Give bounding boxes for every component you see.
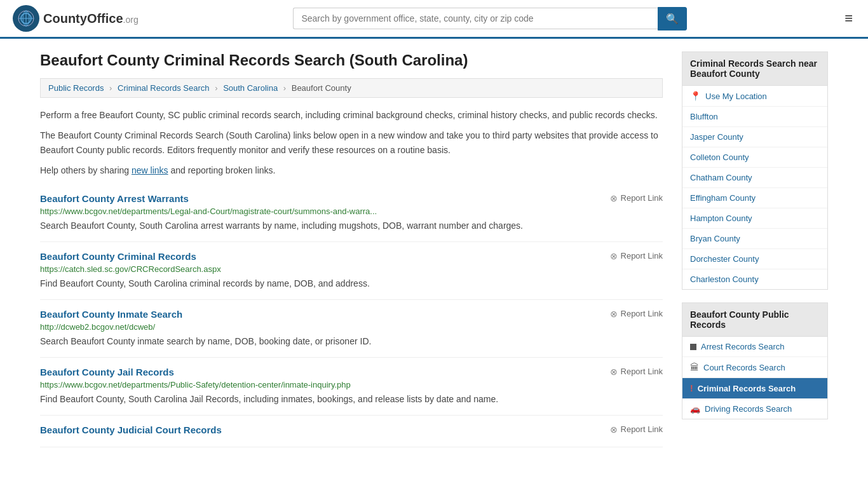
report-link-0[interactable]: ⊗ Report Link — [610, 193, 663, 203]
report-label-2: Report Link — [621, 309, 663, 318]
public-records-item-0[interactable]: Arrest Records Search — [682, 337, 827, 357]
nearby-item-3[interactable]: Colleton County — [682, 147, 827, 168]
nearby-link-2[interactable]: Jasper County — [690, 132, 743, 142]
record-item: Beaufort County Arrest Warrants ⊗ Report… — [40, 184, 663, 242]
record-title-2[interactable]: Beaufort County Inmate Search — [40, 309, 182, 320]
description-2: The Beaufort County Criminal Records Sea… — [40, 128, 663, 157]
record-title-4[interactable]: Beaufort County Judicial Court Records — [40, 424, 222, 435]
search-icon: 🔍 — [666, 13, 679, 24]
nearby-link-0[interactable]: Use My Location — [705, 92, 767, 101]
nearby-item-8[interactable]: Dorchester County — [682, 249, 827, 269]
record-url-3: https://www.bcgov.net/departments/Public… — [40, 380, 663, 390]
car-icon: 🚗 — [690, 404, 700, 414]
logo-name: CountyOffice.org — [43, 11, 139, 26]
record-title-1[interactable]: Beaufort County Criminal Records — [40, 251, 196, 262]
public-records-heading: Beaufort County Public Records — [682, 302, 828, 336]
report-link-3[interactable]: ⊗ Report Link — [610, 367, 663, 377]
nearby-link-5[interactable]: Effingham County — [690, 193, 756, 203]
nearby-item-7[interactable]: Bryan County — [682, 229, 827, 249]
logo: CountyOffice.org — [13, 5, 139, 32]
description-3-pre: Help others by sharing — [40, 165, 132, 175]
public-records-link-2[interactable]: Criminal Records Search — [698, 384, 796, 393]
record-item: Beaufort County Inmate Search ⊗ Report L… — [40, 300, 663, 358]
menu-button[interactable]: ≡ — [842, 8, 855, 29]
public-records-link-0[interactable]: Arrest Records Search — [701, 342, 785, 351]
record-url-1: https://catch.sled.sc.gov/CRCRecordSearc… — [40, 264, 663, 274]
breadcrumb-sep-1: › — [109, 83, 112, 93]
nearby-link-6[interactable]: Hampton County — [690, 214, 752, 223]
search-area: 🔍 — [293, 7, 687, 30]
nearby-item-6[interactable]: Hampton County — [682, 208, 827, 229]
search-input[interactable] — [293, 8, 658, 29]
report-link-4[interactable]: ⊗ Report Link — [610, 424, 663, 435]
breadcrumb-criminal-records[interactable]: Criminal Records Search — [118, 83, 210, 93]
report-icon-0: ⊗ — [610, 193, 618, 203]
main-content: Beaufort County Criminal Records Search … — [40, 51, 663, 447]
record-desc-0: Search Beaufort County, South Carolina a… — [40, 219, 663, 233]
nearby-heading: Criminal Records Search near Beaufort Co… — [682, 51, 828, 85]
description-1: Perform a free Beaufort County, SC publi… — [40, 108, 663, 122]
public-records-link-3[interactable]: Driving Records Search — [705, 404, 792, 414]
pillars-icon: 🏛 — [690, 362, 699, 372]
breadcrumb-public-records[interactable]: Public Records — [48, 83, 104, 93]
nearby-item-1[interactable]: Bluffton — [682, 107, 827, 127]
report-icon-2: ⊗ — [610, 309, 618, 319]
record-url-0: https://www.bcgov.net/departments/Legal-… — [40, 207, 663, 216]
sidebar: Criminal Records Search near Beaufort Co… — [682, 51, 828, 447]
report-link-2[interactable]: ⊗ Report Link — [610, 309, 663, 319]
record-url-2: http://dcweb2.bcgov.net/dcweb/ — [40, 322, 663, 332]
nearby-link-4[interactable]: Chatham County — [690, 173, 752, 182]
breadcrumb-beaufort-county: Beaufort County — [292, 83, 351, 93]
public-records-item-1[interactable]: 🏛Court Records Search — [682, 357, 827, 378]
records-list: Beaufort County Arrest Warrants ⊗ Report… — [40, 184, 663, 447]
search-button[interactable]: 🔍 — [658, 7, 687, 30]
logo-icon — [13, 5, 39, 32]
nearby-item-0[interactable]: 📍Use My Location — [682, 86, 827, 107]
nearby-link-9[interactable]: Charleston County — [690, 274, 759, 284]
record-item: Beaufort County Jail Records ⊗ Report Li… — [40, 358, 663, 416]
public-records-item-3[interactable]: 🚗Driving Records Search — [682, 399, 827, 419]
main-container: Beaufort County Criminal Records Search … — [27, 39, 841, 460]
record-desc-3: Find Beaufort County, South Carolina Jai… — [40, 393, 663, 406]
record-title-3[interactable]: Beaufort County Jail Records — [40, 367, 174, 377]
nearby-section: Criminal Records Search near Beaufort Co… — [682, 51, 828, 290]
exclaim-icon: ! — [690, 383, 693, 393]
breadcrumb-sep-2: › — [215, 83, 217, 93]
record-title-0[interactable]: Beaufort County Arrest Warrants — [40, 193, 189, 204]
record-item: Beaufort County Judicial Court Records ⊗… — [40, 416, 663, 447]
breadcrumb: Public Records › Criminal Records Search… — [40, 78, 663, 98]
public-records-list: Arrest Records Search🏛Court Records Sear… — [682, 336, 828, 419]
breadcrumb-sep-3: › — [283, 83, 286, 93]
nearby-item-9[interactable]: Charleston County — [682, 269, 827, 289]
report-label-1: Report Link — [621, 251, 663, 261]
report-link-1[interactable]: ⊗ Report Link — [610, 251, 663, 261]
public-records-link-1[interactable]: Court Records Search — [703, 363, 785, 372]
nearby-link-3[interactable]: Colleton County — [690, 152, 749, 162]
nearby-link-7[interactable]: Bryan County — [690, 234, 740, 243]
record-item: Beaufort County Criminal Records ⊗ Repor… — [40, 242, 663, 300]
square-icon — [690, 344, 696, 350]
nearby-link-8[interactable]: Dorchester County — [690, 254, 759, 264]
nearby-item-5[interactable]: Effingham County — [682, 188, 827, 208]
public-records-item-2[interactable]: !Criminal Records Search — [682, 378, 827, 399]
breadcrumb-south-carolina[interactable]: South Carolina — [223, 83, 278, 93]
report-icon-3: ⊗ — [610, 367, 618, 377]
hamburger-icon: ≡ — [844, 10, 853, 26]
record-desc-1: Find Beaufort County, South Carolina cri… — [40, 277, 663, 290]
location-pin-icon: 📍 — [690, 91, 701, 101]
report-label-4: Report Link — [621, 424, 663, 434]
header: CountyOffice.org 🔍 ≡ — [0, 0, 868, 39]
description-3: Help others by sharing new links and rep… — [40, 163, 663, 177]
nearby-item-2[interactable]: Jasper County — [682, 127, 827, 147]
nearby-link-1[interactable]: Bluffton — [690, 112, 718, 121]
record-desc-2: Search Beaufort County inmate search by … — [40, 335, 663, 348]
page-title: Beaufort County Criminal Records Search … — [40, 51, 663, 69]
report-label-3: Report Link — [621, 367, 663, 376]
description-3-post: and reporting broken links. — [168, 165, 276, 175]
nearby-item-4[interactable]: Chatham County — [682, 168, 827, 188]
report-icon-4: ⊗ — [610, 424, 618, 435]
nearby-list: 📍Use My LocationBlufftonJasper CountyCol… — [682, 85, 828, 290]
new-links-link[interactable]: new links — [132, 165, 168, 175]
public-records-section: Beaufort County Public Records Arrest Re… — [682, 302, 828, 419]
report-icon-1: ⊗ — [610, 251, 618, 261]
